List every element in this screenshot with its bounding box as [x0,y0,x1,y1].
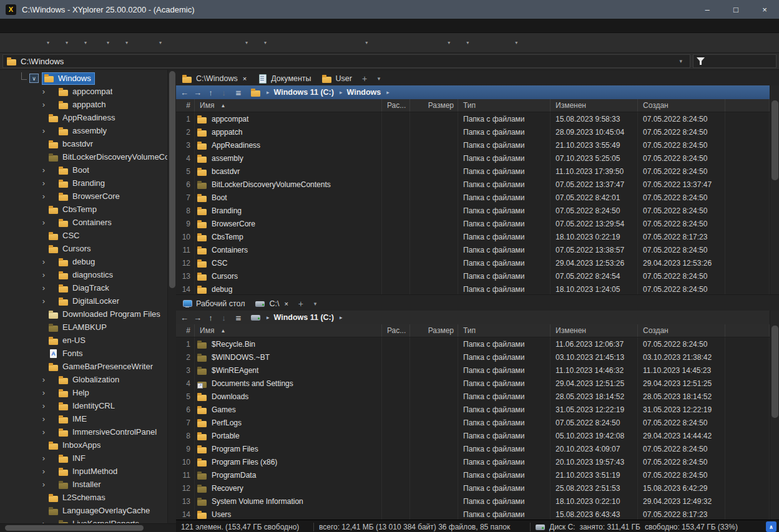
toolbar-button[interactable] [167,35,182,51]
pane-tab[interactable]: Документы [252,71,316,85]
table-row[interactable]: 8 Portable Папка с файлами 05.10.2023 19… [176,429,770,442]
toolbar-button[interactable] [523,35,538,51]
column-header-ext[interactable]: Рас... [382,324,410,337]
toolbar-button[interactable] [388,35,403,51]
column-header-num[interactable]: # [176,324,195,337]
pane-tab[interactable]: User [317,71,357,85]
dropdown-arrow-icon[interactable]: ▾ [466,40,469,46]
dropdown-arrow-icon[interactable]: ▾ [365,40,368,46]
tree-item[interactable]: bcastdvr [0,137,167,150]
toolbar-button[interactable] [17,35,32,51]
table-row[interactable]: 6 Games Папка с файлами 31.05.2023 12:22… [176,403,770,416]
tree-item[interactable]: BitLockerDiscoveryVolumeContents [0,150,167,163]
tree-item[interactable]: › IME [0,412,167,425]
tree-item[interactable]: › DigitalLocker [0,294,167,307]
toolbar-button[interactable]: ▾ [111,35,130,51]
table-row[interactable]: 11 Containers Папка с файлами 07.05.2022… [176,243,770,256]
column-header-modified[interactable]: Изменен [551,99,638,112]
tree-item[interactable]: › INF [0,452,167,465]
tree-item[interactable]: Downloaded Program Files [0,307,167,321]
expand-chevron-icon[interactable]: › [39,375,49,384]
toolbar-button[interactable]: ▾ [32,35,51,51]
forward-icon[interactable]: → [192,88,203,97]
table-row[interactable]: 3 AppReadiness Папка с файлами 21.10.202… [176,138,770,152]
tree-item[interactable]: GameBarPresenceWriter [0,360,167,373]
toolbar-button[interactable]: ▾ [501,35,519,51]
column-header-name[interactable]: Имя▲ [195,324,382,337]
tree-item[interactable]: › Installer [0,478,167,491]
file-name-cell[interactable]: bcastdvr [195,165,382,178]
tree-item[interactable]: › DiagTrack [0,281,167,294]
address-input[interactable]: C:\Windows ▾ [2,54,690,68]
address-dropdown-icon[interactable]: ▾ [675,58,686,64]
expand-chevron-icon[interactable]: › [39,191,49,201]
tab-close-icon[interactable]: × [284,300,288,307]
file-name-cell[interactable]: $WINDOWS.~BT [195,351,382,364]
address-path[interactable]: C:\Windows [21,57,672,66]
expand-chevron-icon[interactable]: › [39,165,49,175]
table-row[interactable]: 10 Program Files (x86) Папка с файлами 2… [176,455,770,468]
table-row[interactable]: 9 BrowserCore Папка с файлами 07.05.2022… [176,217,770,230]
toolbar-button[interactable]: ▾ [433,35,452,51]
tree-item[interactable]: › apppatch [0,98,167,111]
status-scroll-button[interactable]: ∧ [766,521,777,532]
pane-tab[interactable]: C:\ × [250,296,293,311]
expand-chevron-icon[interactable]: › [39,401,49,410]
crumb-menu-icon[interactable]: ≡ [231,312,246,323]
maximize-button[interactable]: □ [722,0,750,19]
tree-item[interactable]: › InputMethod [0,465,167,478]
expand-chevron-icon[interactable]: › [39,270,49,279]
file-name-cell[interactable]: Boot [195,191,382,204]
expand-chevron-icon[interactable]: › [39,427,49,437]
dropdown-arrow-icon[interactable]: ▾ [515,40,517,46]
toolbar-button[interactable]: ▾ [351,35,370,51]
file-name-cell[interactable]: Cursors [195,269,382,283]
toolbar-button[interactable] [553,35,568,51]
tree-item[interactable]: L2Schemas [0,491,167,504]
back-icon[interactable]: ← [179,313,190,322]
scrollbar-thumb[interactable] [772,100,778,180]
tab-list-button[interactable]: ▾ [372,71,386,85]
collapse-icon[interactable]: ∨ [29,74,39,83]
column-header-size[interactable]: Размер [410,99,458,112]
forward-icon[interactable]: → [192,313,203,322]
table-row[interactable]: 14 debug Папка с файлами 18.10.2023 1:24… [176,283,770,294]
file-name-cell[interactable]: AppReadiness [195,138,382,152]
column-header-size[interactable]: Размер [410,324,458,337]
table-row[interactable]: 6 BitLockerDiscoveryVolumeContents Папка… [176,178,770,191]
scrollbar-thumb[interactable] [169,71,175,288]
tree-item[interactable]: › IdentityCRL [0,399,167,412]
expand-chevron-icon[interactable]: › [39,100,49,109]
tree-selected-item[interactable]: Windows [42,72,95,85]
tab-close-icon[interactable]: × [243,75,247,82]
dropdown-arrow-icon[interactable]: ▾ [66,40,68,46]
file-name-cell[interactable]: $Recycle.Bin [195,337,382,351]
tree-item[interactable]: InboxApps [0,438,167,452]
tree-item[interactable]: › Containers [0,216,167,229]
tree-item[interactable]: en-US [0,334,167,347]
expand-chevron-icon[interactable]: › [39,388,49,397]
pane-tab[interactable]: C:\Windows × [177,71,252,85]
crumb-label[interactable]: Windows [346,88,381,97]
file-name-cell[interactable]: BitLockerDiscoveryVolumeContents [195,178,382,191]
file-name-cell[interactable]: CSC [195,256,382,269]
column-header-modified[interactable]: Изменен [551,324,638,337]
tree-item[interactable]: › ImmersiveControlPanel [0,425,167,438]
top-pane-scrollbar[interactable] [770,85,779,294]
tree-item[interactable]: › debug [0,255,167,268]
tree-item[interactable]: › Help [0,386,167,399]
dropdown-arrow-icon[interactable]: ▾ [245,40,248,46]
breadcrumb-segment[interactable]: ▸ Windows 11 (C:) [262,88,334,97]
expand-chevron-icon[interactable]: › [39,296,49,306]
down-icon[interactable]: ↓ [218,88,230,97]
new-tab-button[interactable]: + [294,296,308,311]
file-name-cell[interactable]: Program Files (x86) [195,455,382,468]
up-icon[interactable]: ↑ [205,313,217,322]
dropdown-arrow-icon[interactable]: ▾ [448,40,450,46]
toolbar-button[interactable] [403,35,418,51]
table-row[interactable]: 13 System Volume Information Папка с фай… [176,495,770,508]
toolbar-button[interactable] [2,35,17,51]
tab-list-button[interactable]: ▾ [308,296,322,311]
table-row[interactable]: 14 Users Папка с файлами 15.08.2023 6:43… [176,508,770,520]
scrollbar-thumb[interactable] [5,525,144,531]
